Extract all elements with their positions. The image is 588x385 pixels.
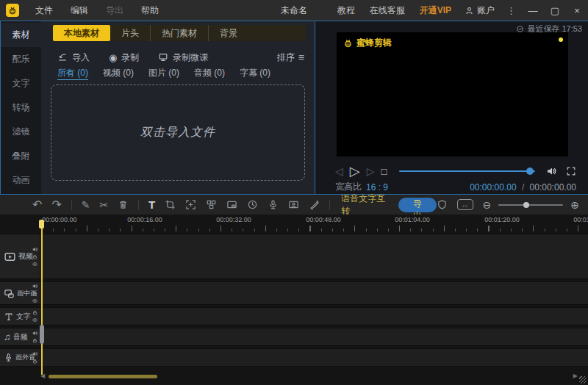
import-icon <box>57 52 68 62</box>
account-button[interactable]: 账户 <box>459 4 501 17</box>
record-button[interactable]: ◉ 录制 <box>109 51 139 64</box>
sidebar: 素材 配乐 文字 转场 滤镜 叠附 动画 <box>1 21 41 194</box>
undo-icon[interactable]: ↶ <box>32 199 42 211</box>
volume-button[interactable] <box>545 165 557 177</box>
mic-icon[interactable] <box>268 199 279 210</box>
online-support-link[interactable]: 在线客服 <box>362 4 412 17</box>
hscroll-right-arrow-icon[interactable]: ▶ <box>573 373 578 379</box>
track-video-header: 视频 <box>0 234 40 278</box>
track-mute-icon[interactable] <box>32 283 38 289</box>
timeline-zoom-slider[interactable] <box>498 201 563 209</box>
crop-icon[interactable] <box>165 199 176 210</box>
pencil-icon[interactable]: ✎ <box>82 200 90 210</box>
timeline-zoom-knob[interactable] <box>523 202 529 208</box>
hscroll-thumb[interactable] <box>49 375 157 378</box>
track-visibility-icon[interactable] <box>32 261 38 267</box>
seek-slider[interactable] <box>399 167 535 176</box>
filter-subtitle[interactable]: 字幕 (0) <box>240 67 270 80</box>
trash-icon[interactable] <box>118 199 129 210</box>
shield-icon[interactable] <box>437 199 448 210</box>
speech-text-convert-button[interactable]: 语音文字互转 <box>341 192 388 217</box>
previous-frame-button[interactable]: ◁ <box>335 165 343 177</box>
upgrade-vip-link[interactable]: 开通VIP <box>412 4 459 17</box>
tab-local-media[interactable]: 本地素材 <box>53 25 110 41</box>
video-viewport[interactable]: 蜜蜂剪辑 <box>337 32 568 156</box>
playhead-grip[interactable] <box>40 325 44 344</box>
edit-toolbar: ↶ ↷ ✎ ✂ T 语音文字互转 导出 ↔ ⊖ ⊕ <box>0 195 588 215</box>
zoom-in-icon[interactable]: ⊕ <box>570 199 579 211</box>
track-pip-lane[interactable] <box>40 282 588 304</box>
filter-audio[interactable]: 音频 (0) <box>194 67 225 80</box>
tutorial-link[interactable]: 教程 <box>330 4 362 17</box>
sidebar-item-overlay[interactable]: 叠附 <box>1 144 41 168</box>
aspect-ratio-value[interactable]: 16 : 9 <box>366 182 388 192</box>
stop-button[interactable]: □ <box>381 166 387 177</box>
sidebar-item-media[interactable]: 素材 <box>1 23 41 47</box>
play-button[interactable]: ▷ <box>350 163 360 179</box>
track-voiceover: 画外音 <box>0 348 588 367</box>
close-button[interactable]: × <box>566 0 588 21</box>
sidebar-item-text[interactable]: 文字 <box>1 71 41 96</box>
sidebar-item-filter[interactable]: 滤镜 <box>1 120 41 144</box>
tab-intro[interactable]: 片头 <box>110 25 151 41</box>
sidebar-item-animation[interactable]: 动画 <box>1 168 41 192</box>
track-mute-icon[interactable] <box>32 330 38 337</box>
export-button[interactable]: 导出 <box>398 198 436 212</box>
track-lock-icon[interactable] <box>32 253 38 260</box>
media-panel: 本地素材 片头 热门素材 背景 导入 ◉ 录制 <box>41 21 315 194</box>
track-mute-icon[interactable] <box>32 246 38 253</box>
playhead-handle[interactable] <box>39 220 44 229</box>
tab-background[interactable]: 背景 <box>209 25 248 41</box>
timecode-total: 00:00:00.00 <box>530 182 576 192</box>
track-visibility-icon[interactable] <box>32 317 38 323</box>
track-lock-icon[interactable] <box>32 290 38 297</box>
scissors-icon[interactable]: ✂ <box>99 200 108 210</box>
track-audio-lane[interactable] <box>40 328 588 345</box>
track-text-header: 文字 <box>0 308 40 325</box>
time-ruler[interactable]: 00:00:00.00 00:00:16.00 00:00:32.00 00:0… <box>0 215 588 232</box>
tab-hot-media[interactable]: 热门素材 <box>151 25 209 41</box>
minimize-button[interactable]: — <box>522 0 544 21</box>
seek-knob[interactable] <box>526 168 534 175</box>
record-screen-button[interactable]: 录制微课 <box>158 51 208 64</box>
filter-all[interactable]: 所有 (0) <box>57 67 88 80</box>
zoom-frame-icon[interactable] <box>185 199 196 210</box>
sidebar-item-transition[interactable]: 转场 <box>1 96 41 120</box>
import-button[interactable]: 导入 <box>57 51 90 64</box>
import-dropzone[interactable]: 双击导入文件 <box>51 84 305 181</box>
menu-edit[interactable]: 编辑 <box>62 4 97 17</box>
sidebar-item-music[interactable]: 配乐 <box>1 47 41 71</box>
pip-icon[interactable] <box>226 199 237 210</box>
menu-file[interactable]: 文件 <box>26 4 62 17</box>
track-lock-icon[interactable] <box>32 358 38 364</box>
hscroll-left-arrow-icon[interactable]: ◀ <box>40 373 45 379</box>
sort-button[interactable]: 排序 ≡ <box>277 51 304 64</box>
track-visibility-icon[interactable] <box>32 298 38 304</box>
fullscreen-button[interactable] <box>566 166 576 176</box>
mosaic-icon[interactable] <box>206 199 217 210</box>
menu-export[interactable]: 导出 <box>97 4 132 17</box>
track-pip: 画中画 <box>0 281 588 305</box>
track-video-lane[interactable] <box>40 234 588 278</box>
window-resize-grip[interactable] <box>579 376 587 384</box>
track-lock-icon[interactable] <box>32 309 38 316</box>
track-lock-icon[interactable] <box>32 337 38 344</box>
maximize-button[interactable]: ▢ <box>544 0 566 21</box>
redo-icon[interactable]: ↷ <box>51 199 61 211</box>
zoom-out-icon[interactable]: ⊖ <box>483 199 492 211</box>
fit-timeline-icon[interactable]: ↔ <box>457 199 473 210</box>
filter-image[interactable]: 图片 (0) <box>148 67 179 80</box>
track-text-lane[interactable] <box>40 308 588 325</box>
speed-clock-icon[interactable] <box>247 199 258 210</box>
menu-help[interactable]: 帮助 <box>132 4 168 17</box>
track-mute-icon[interactable] <box>32 350 38 357</box>
more-menu-icon[interactable]: ⋮ <box>501 5 522 16</box>
playback-controls: ◁ ▷ ▷ □ <box>335 163 576 179</box>
text-tool-icon[interactable]: T <box>148 199 155 210</box>
next-frame-button[interactable]: ▷ <box>367 165 375 177</box>
filter-video[interactable]: 视频 (0) <box>103 67 134 80</box>
track-voiceover-lane[interactable] <box>40 349 588 366</box>
camera-icon[interactable] <box>288 199 299 210</box>
style-brush-icon[interactable] <box>309 199 320 210</box>
app-window: 文件 编辑 导出 帮助 未命名 教程 在线客服 开通VIP 账户 ⋮ — ▢ ×… <box>0 0 588 385</box>
